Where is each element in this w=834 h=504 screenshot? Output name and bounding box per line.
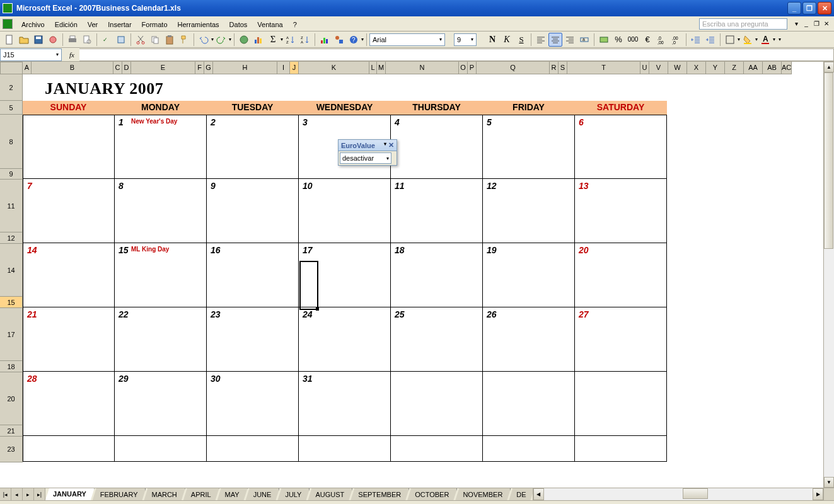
redo-icon[interactable] (214, 33, 228, 47)
col-header-Q[interactable]: Q (477, 62, 550, 74)
col-header-L[interactable]: L (369, 62, 377, 74)
tab-first-button[interactable]: |◂ (0, 488, 11, 500)
research-icon[interactable] (114, 33, 128, 47)
scroll-right-button[interactable]: ▶ (813, 488, 823, 500)
autosum-icon[interactable]: Σ (266, 33, 280, 47)
calendar-cell[interactable] (575, 436, 667, 462)
print-icon[interactable] (66, 33, 79, 47)
sheet-tab-february[interactable]: FEBRUARY (93, 488, 146, 500)
sheet-tab-september[interactable]: SEPTEMBER (350, 488, 409, 500)
eurovalue-options-icon[interactable]: ▾ (384, 141, 386, 149)
row-header-2[interactable]: 2 (0, 74, 23, 101)
paste-icon[interactable] (163, 33, 177, 47)
col-header-E[interactable]: E (131, 62, 195, 74)
euro-icon[interactable]: € (640, 33, 654, 47)
calendar-cell[interactable]: 5 (483, 115, 575, 179)
row-header-9[interactable]: 9 (0, 169, 23, 180)
comma-icon[interactable]: 000 (626, 33, 640, 47)
col-header-S[interactable]: S (559, 62, 567, 74)
formula-input[interactable] (79, 49, 834, 61)
bold-button[interactable]: N (485, 33, 499, 47)
align-left-icon[interactable] (534, 33, 548, 47)
calendar-cell[interactable]: 25 (391, 307, 483, 372)
ask-question-box[interactable]: Escriba una pregunta (699, 18, 787, 30)
calendar-cell[interactable]: 31 (299, 372, 391, 436)
permission-icon[interactable] (46, 33, 60, 47)
calendar-cell[interactable] (115, 436, 207, 462)
col-header-C[interactable]: C (113, 62, 122, 74)
menu-herramientas[interactable]: Herramientas (173, 18, 224, 30)
menu-ventana[interactable]: Ventana (252, 18, 287, 30)
fill-color-dropdown-icon[interactable]: ▾ (755, 37, 758, 42)
calendar-cell[interactable] (575, 372, 667, 436)
calendar-cell[interactable]: 18 (391, 243, 483, 307)
sheet-tab-june[interactable]: JUNE (246, 488, 280, 500)
col-header-Z[interactable]: Z (725, 62, 744, 74)
name-box[interactable]: J15▾ (0, 49, 62, 61)
row-header-14[interactable]: 14 (0, 244, 23, 297)
redo-dropdown-icon[interactable]: ▾ (229, 37, 231, 42)
new-icon[interactable] (3, 33, 16, 47)
calendar-cell[interactable]: 16 (207, 243, 299, 307)
menu-edición[interactable]: Edición (50, 18, 83, 30)
horizontal-scroll-thumb[interactable] (683, 488, 708, 499)
col-header-O[interactable]: O (459, 62, 468, 74)
col-header-AA[interactable]: AA (744, 62, 763, 74)
doc-restore-button[interactable]: ❐ (812, 20, 821, 28)
insert-chart-icon[interactable] (252, 33, 265, 47)
col-header-AB[interactable]: AB (763, 62, 782, 74)
scroll-down-button[interactable]: ▼ (824, 477, 834, 488)
font-size-select[interactable]: 9▾ (454, 33, 477, 46)
tab-prev-button[interactable]: ◂ (11, 488, 23, 500)
calendar-cell[interactable]: 8 (115, 179, 207, 243)
col-header-V[interactable]: V (649, 62, 668, 74)
print-preview-icon[interactable] (80, 33, 94, 47)
row-header-12[interactable]: 12 (0, 232, 23, 244)
formatting-options-icon[interactable]: ▾ (779, 37, 781, 42)
calendar-cell[interactable]: 15ML King Day (115, 243, 207, 307)
minimize-window-button[interactable]: _ (787, 2, 801, 14)
select-all-corner[interactable] (0, 62, 23, 74)
col-header-I[interactable]: I (277, 62, 290, 74)
cut-icon[interactable] (134, 33, 148, 47)
percent-icon[interactable]: % (611, 33, 625, 47)
doc-close-button[interactable]: ✕ (822, 20, 831, 28)
currency-icon[interactable] (597, 33, 611, 47)
help-dropdown-icon[interactable]: ▾ (792, 20, 801, 28)
calendar-cell[interactable]: 22 (115, 307, 207, 372)
fill-color-icon[interactable] (741, 33, 755, 47)
scroll-left-button[interactable]: ◀ (533, 488, 544, 500)
sheet-tab-january[interactable]: JANUARY (45, 488, 95, 500)
calendar-cell[interactable]: 14 (23, 243, 115, 307)
col-header-W[interactable]: W (668, 62, 687, 74)
row-header-8[interactable]: 8 (0, 115, 23, 169)
vertical-scrollbar[interactable]: ▲ ▼ (823, 62, 834, 488)
eurovalue-toolbar[interactable]: EuroValue ▾ ✕ desactivar▾ (338, 139, 397, 166)
calendar-cell[interactable]: 2 (207, 115, 299, 179)
toolbar-options-icon[interactable]: ▾ (361, 37, 364, 42)
borders-icon[interactable] (723, 33, 737, 47)
align-center-icon[interactable] (548, 33, 562, 47)
format-painter-icon[interactable] (177, 33, 191, 47)
open-icon[interactable] (17, 33, 31, 47)
col-header-AC[interactable]: AC (782, 62, 792, 74)
grid-body[interactable]: JANUARY 2007 SUNDAYMONDAYTUESDAYWEDNESDA… (23, 74, 823, 488)
col-header-X[interactable]: X (687, 62, 706, 74)
calendar-cell[interactable]: 24 (299, 307, 391, 372)
col-header-F[interactable]: F (195, 62, 204, 74)
calendar-cell[interactable]: 10 (299, 179, 391, 243)
calendar-cell[interactable]: 13 (575, 179, 667, 243)
col-header-R[interactable]: R (550, 62, 559, 74)
calendar-cell[interactable]: 30 (207, 372, 299, 436)
vertical-scroll-thumb[interactable] (824, 72, 833, 249)
col-header-B[interactable]: B (32, 62, 113, 74)
col-header-J[interactable]: J (290, 62, 299, 74)
calendar-cell[interactable]: 21 (23, 307, 115, 372)
italic-button[interactable]: K (500, 33, 514, 47)
menu-insertar[interactable]: Insertar (103, 18, 136, 30)
col-header-U[interactable]: U (640, 62, 649, 74)
increase-indent-icon[interactable] (704, 33, 717, 47)
eurovalue-select[interactable]: desactivar▾ (340, 152, 391, 164)
horizontal-scrollbar[interactable]: ◀ ▶ (533, 488, 823, 500)
decrease-indent-icon[interactable] (689, 33, 703, 47)
